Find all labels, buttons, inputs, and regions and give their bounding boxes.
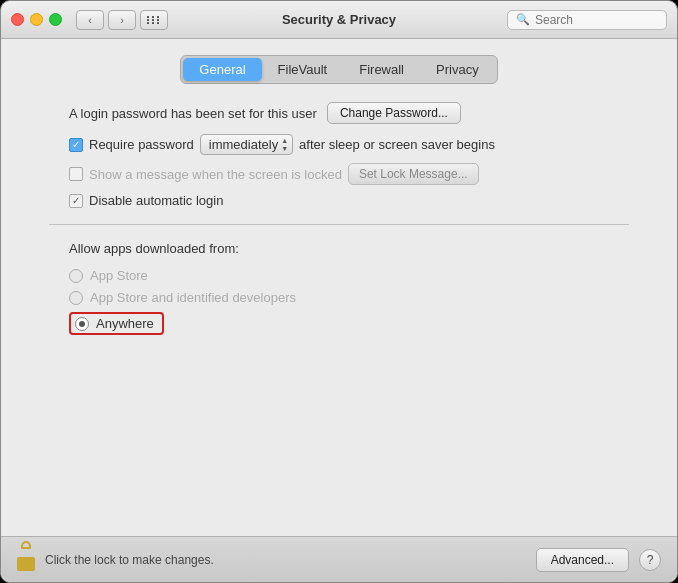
back-button[interactable]: ‹ (76, 10, 104, 30)
radio-app-store[interactable] (69, 269, 83, 283)
checkmark-partial-icon: ✓ (72, 195, 80, 206)
login-password-label: A login password has been set for this u… (69, 106, 317, 121)
window-title: Security & Privacy (282, 12, 396, 27)
lock-icon[interactable] (17, 549, 35, 571)
radio-anywhere-row: Anywhere (49, 312, 629, 335)
allow-apps-heading: Allow apps downloaded from: (49, 241, 629, 256)
disable-autologin-checkbox[interactable]: ✓ (69, 194, 83, 208)
tab-bar: General FileVault Firewall Privacy (180, 55, 497, 84)
forward-button[interactable]: › (108, 10, 136, 30)
tab-general[interactable]: General (183, 58, 261, 81)
nav-buttons: ‹ › (76, 10, 136, 30)
password-timing-dropdown[interactable]: immediately ▲ ▼ (200, 134, 293, 155)
show-message-row: Show a message when the screen is locked… (49, 163, 629, 185)
anywhere-highlight-box: Anywhere (69, 312, 164, 335)
lock-shackle (21, 541, 31, 549)
disable-autologin-row: ✓ Disable automatic login (49, 193, 629, 208)
lock-click-label: Click the lock to make changes. (45, 553, 526, 567)
password-timing-value: immediately (209, 137, 278, 152)
bottom-bar: Click the lock to make changes. Advanced… (1, 536, 677, 582)
change-password-button[interactable]: Change Password... (327, 102, 461, 124)
radio-app-store-identified[interactable] (69, 291, 83, 305)
set-lock-message-button[interactable]: Set Lock Message... (348, 163, 479, 185)
radio-app-store-label: App Store (90, 268, 148, 283)
show-message-checkbox[interactable] (69, 167, 83, 181)
section-divider (49, 224, 629, 225)
tab-firewall[interactable]: Firewall (343, 58, 420, 81)
tab-privacy[interactable]: Privacy (420, 58, 495, 81)
advanced-button[interactable]: Advanced... (536, 548, 629, 572)
close-button[interactable] (11, 13, 24, 26)
tab-filevault[interactable]: FileVault (262, 58, 344, 81)
stepper-arrows: ▲ ▼ (281, 137, 288, 152)
login-password-row: A login password has been set for this u… (49, 102, 629, 124)
minimize-button[interactable] (30, 13, 43, 26)
require-password-checkbox[interactable]: ✓ (69, 138, 83, 152)
after-sleep-label: after sleep or screen saver begins (299, 137, 495, 152)
radio-anywhere[interactable] (75, 317, 89, 331)
require-password-row: ✓ Require password immediately ▲ ▼ after… (49, 134, 629, 155)
radio-app-store-identified-row: App Store and identified developers (49, 290, 629, 305)
help-icon: ? (647, 553, 654, 567)
help-button[interactable]: ? (639, 549, 661, 571)
main-content: General FileVault Firewall Privacy A log… (1, 39, 677, 536)
maximize-button[interactable] (49, 13, 62, 26)
checkmark-icon: ✓ (72, 140, 80, 150)
window: ‹ › Security & Privacy 🔍 General FileVau… (0, 0, 678, 583)
radio-app-store-row: App Store (49, 268, 629, 283)
traffic-lights (11, 13, 62, 26)
radio-anywhere-label: Anywhere (96, 316, 154, 331)
titlebar: ‹ › Security & Privacy 🔍 (1, 1, 677, 39)
stepper-up-icon: ▲ (281, 137, 288, 145)
grid-button[interactable] (140, 10, 168, 30)
stepper-down-icon: ▼ (281, 145, 288, 153)
search-bar[interactable]: 🔍 (507, 10, 667, 30)
lock-body (17, 557, 35, 571)
search-icon: 🔍 (516, 13, 530, 26)
general-panel: A login password has been set for this u… (49, 102, 629, 342)
show-message-label: Show a message when the screen is locked (89, 167, 342, 182)
radio-app-store-identified-label: App Store and identified developers (90, 290, 296, 305)
require-password-label: Require password (89, 137, 194, 152)
search-input[interactable] (535, 13, 658, 27)
radio-anywhere-dot (79, 321, 85, 327)
disable-autologin-label: Disable automatic login (89, 193, 223, 208)
